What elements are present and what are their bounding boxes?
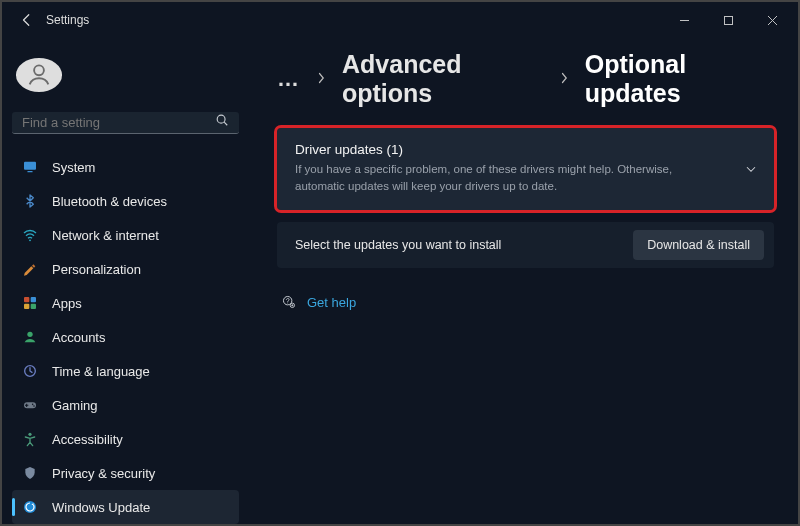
sidebar-item-gaming[interactable]: Gaming [12, 388, 239, 422]
sidebar-item-label: Personalization [52, 262, 141, 277]
sidebar-item-bluetooth-devices[interactable]: Bluetooth & devices [12, 184, 239, 218]
avatar[interactable] [16, 58, 62, 92]
svg-rect-4 [27, 171, 32, 172]
panel-title: Driver updates (1) [295, 142, 756, 157]
breadcrumb-advanced-options[interactable]: Advanced options [342, 50, 543, 108]
svg-rect-9 [31, 304, 36, 309]
chevron-right-icon [559, 70, 569, 88]
privacy-security-icon [22, 465, 38, 481]
sidebar-item-network-internet[interactable]: Network & internet [12, 218, 239, 252]
windows-update-icon [22, 499, 38, 515]
network-internet-icon [22, 227, 38, 243]
sidebar-item-label: Gaming [52, 398, 98, 413]
sidebar-item-label: Bluetooth & devices [52, 194, 167, 209]
sidebar-item-windows-update[interactable]: Windows Update [12, 490, 239, 524]
select-updates-bar: Select the updates you want to install D… [277, 222, 774, 268]
personalization-icon [22, 261, 38, 277]
breadcrumb-more[interactable]: … [277, 66, 300, 92]
bluetooth-devices-icon [22, 193, 38, 209]
sidebar-item-label: Accounts [52, 330, 105, 345]
sidebar: SystemBluetooth & devicesNetwork & inter… [2, 44, 249, 524]
close-button[interactable] [750, 2, 794, 38]
svg-rect-8 [24, 304, 29, 309]
svg-rect-0 [724, 16, 732, 24]
driver-updates-panel[interactable]: Driver updates (1) If you have a specifi… [277, 128, 774, 210]
svg-point-2 [217, 116, 225, 124]
search-box[interactable] [12, 112, 239, 134]
sidebar-item-system[interactable]: System [12, 150, 239, 184]
svg-rect-7 [31, 297, 36, 302]
download-install-button[interactable]: Download & install [633, 230, 764, 260]
svg-point-1 [34, 65, 44, 75]
sidebar-item-time-language[interactable]: Time & language [12, 354, 239, 388]
accessibility-icon [22, 431, 38, 447]
breadcrumb-current: Optional updates [585, 50, 774, 108]
main-content: … Advanced options Optional updates Driv… [249, 44, 798, 524]
svg-point-10 [27, 332, 32, 337]
sidebar-item-label: Time & language [52, 364, 150, 379]
help-row: Get help [281, 294, 774, 310]
svg-point-15 [28, 433, 31, 436]
sidebar-item-accounts[interactable]: Accounts [12, 320, 239, 354]
svg-point-5 [29, 239, 31, 241]
gaming-icon [22, 397, 38, 413]
sidebar-item-label: Apps [52, 296, 82, 311]
minimize-button[interactable] [662, 2, 706, 38]
svg-point-13 [32, 404, 34, 406]
sidebar-item-label: Windows Update [52, 500, 150, 515]
help-icon [281, 294, 297, 310]
maximize-button[interactable] [706, 2, 750, 38]
chevron-right-icon [316, 70, 326, 88]
time-language-icon [22, 363, 38, 379]
sidebar-item-label: Privacy & security [52, 466, 155, 481]
search-input[interactable] [22, 115, 215, 130]
sidebar-item-apps[interactable]: Apps [12, 286, 239, 320]
nav-list: SystemBluetooth & devicesNetwork & inter… [12, 150, 239, 524]
sidebar-item-privacy-security[interactable]: Privacy & security [12, 456, 239, 490]
search-icon [215, 113, 229, 131]
sidebar-item-label: Accessibility [52, 432, 123, 447]
sidebar-item-label: Network & internet [52, 228, 159, 243]
window-controls [662, 2, 794, 38]
accounts-icon [22, 329, 38, 345]
svg-rect-6 [24, 297, 29, 302]
back-button[interactable] [20, 13, 34, 27]
panel-description: If you have a specific problem, one of t… [295, 161, 756, 194]
apps-icon [22, 295, 38, 311]
select-updates-text: Select the updates you want to install [295, 238, 501, 252]
sidebar-item-accessibility[interactable]: Accessibility [12, 422, 239, 456]
get-help-link[interactable]: Get help [307, 295, 356, 310]
chevron-down-icon[interactable] [744, 162, 758, 176]
svg-rect-3 [24, 162, 36, 170]
title-bar: Settings [2, 2, 798, 38]
sidebar-item-label: System [52, 160, 95, 175]
svg-point-18 [287, 303, 288, 304]
svg-point-14 [33, 405, 35, 407]
app-title: Settings [46, 13, 89, 27]
breadcrumb: … Advanced options Optional updates [277, 50, 774, 108]
sidebar-item-personalization[interactable]: Personalization [12, 252, 239, 286]
system-icon [22, 159, 38, 175]
